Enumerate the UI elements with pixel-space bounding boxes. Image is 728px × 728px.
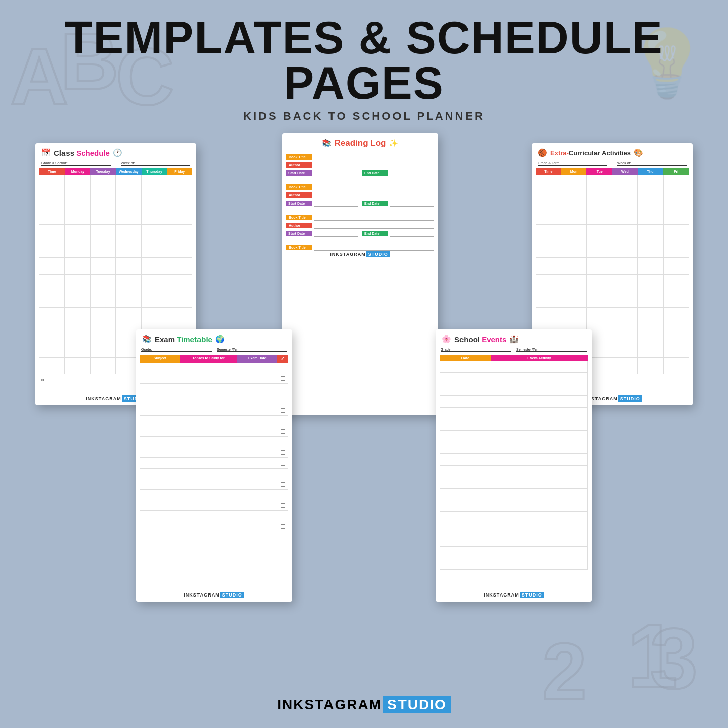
- exam-timetable-card: 📚 Exam Timetable 🌍 Grade: Semester/Term:…: [136, 329, 292, 602]
- start-date-label-3: Start Date: [286, 231, 312, 236]
- checkbox: [281, 408, 285, 413]
- start-date-line-2: [314, 200, 358, 207]
- extra-header: 🏀 Extra-Curricular Activities 🎨: [532, 143, 693, 160]
- exam-footer: INKSTAGRAMSTUDIO: [136, 592, 292, 598]
- end-date-label-1: End Date: [362, 170, 388, 176]
- table-row: [440, 384, 588, 396]
- main-title-line2: PAGES: [0, 60, 728, 106]
- author-row-1: Author: [286, 161, 434, 168]
- bg-number-3: 3: [650, 609, 698, 708]
- book-title-row-2: Book Title: [286, 183, 434, 190]
- reading-entry-2: Book Title Author Start Date End Date: [286, 183, 434, 207]
- footer-text: INKSTAGRAM: [484, 592, 519, 598]
- table-row: [440, 489, 588, 500]
- clock-icon: 🕐: [113, 148, 122, 157]
- end-date-line-1: [390, 169, 434, 176]
- table-row: [140, 373, 288, 384]
- col-wednesday: Wednesday: [116, 168, 142, 175]
- events-footer: INKSTAGRAMSTUDIO: [436, 592, 592, 598]
- divider-3: [282, 239, 438, 242]
- table-row: [440, 419, 588, 431]
- checkbox: [281, 524, 285, 529]
- table-row: [39, 258, 192, 275]
- brand-studio-box: STUDIO: [383, 696, 451, 713]
- brand-inkstagram: INKSTAGRAM: [277, 697, 382, 712]
- exam-grid-header: Subject Topics to Study for Exam Date ✓: [140, 355, 288, 363]
- checkbox: [281, 461, 285, 466]
- author-line-1: [314, 161, 434, 168]
- table-row: [536, 275, 689, 291]
- extra-title: Extra-Curricular Activities: [550, 149, 631, 157]
- checkbox: [281, 482, 285, 487]
- table-row: [440, 408, 588, 419]
- table-row: [140, 511, 288, 521]
- checkbox: [281, 429, 285, 434]
- extra-col-wed: Wed: [612, 168, 638, 175]
- table-row: [536, 308, 689, 324]
- exam-books-icon: 📚: [142, 335, 152, 344]
- book-title-label-1: Book Title: [286, 154, 312, 160]
- col-time: Time: [39, 168, 65, 175]
- table-row: [140, 479, 288, 490]
- footer-text: INKSTAGRAM: [184, 592, 219, 598]
- table-row: [440, 431, 588, 442]
- start-date-line-1: [314, 169, 358, 176]
- table-row: [536, 258, 689, 275]
- extra-col-tue: Tue: [586, 168, 612, 175]
- table-row: [440, 523, 588, 535]
- sub-title: KIDS BACK TO SCHOOL PLANNER: [0, 110, 728, 123]
- table-row: [440, 535, 588, 547]
- table-row: [140, 416, 288, 426]
- main-title: TEMPLATES & SCHEDULE: [0, 15, 728, 60]
- exam-semester-label: Semester/Term:: [217, 348, 287, 352]
- table-row: [440, 477, 588, 489]
- table-row: [440, 373, 588, 384]
- table-row: [140, 426, 288, 437]
- table-row: [39, 225, 192, 241]
- table-row: [440, 442, 588, 454]
- table-row: [39, 175, 192, 191]
- class-schedule-title: Class Schedule: [54, 149, 110, 157]
- table-row: [140, 490, 288, 500]
- book-title-row-1: Book Title: [286, 153, 434, 160]
- checkbox: [281, 514, 285, 518]
- reading-title: Reading Log: [335, 138, 386, 148]
- author-line-2: [314, 191, 434, 198]
- events-sub-header: Grade: Semester/Term:: [436, 347, 592, 353]
- page-header: TEMPLATES & SCHEDULE PAGES KIDS BACK TO …: [0, 0, 728, 123]
- events-title: School Events: [454, 335, 506, 344]
- week-label: Week of:: [121, 161, 190, 166]
- date-row-2: Start Date End Date: [286, 200, 434, 207]
- book-title-label-2: Book Title: [286, 184, 312, 190]
- table-row: [536, 208, 689, 225]
- basketball-icon: 🏀: [538, 148, 547, 157]
- divider-2: [282, 209, 438, 212]
- table-row: [536, 241, 689, 258]
- end-date-label-2: End Date: [362, 201, 388, 206]
- col-monday: Monday: [65, 168, 91, 175]
- reading-entry-1: Book Title Author Start Date End Date: [286, 153, 434, 176]
- grade-label: Grade & Section:: [41, 161, 111, 166]
- extra-grid-header: Time Mon Tue Wed Thu Fri: [536, 168, 689, 175]
- castle-icon: 🏰: [509, 335, 519, 344]
- col-thursday: Thursday: [142, 168, 167, 175]
- bottom-brand: INKSTAGRAMSTUDIO: [0, 697, 728, 713]
- extra-col-fri: Fri: [663, 168, 689, 175]
- table-row: [140, 469, 288, 479]
- table-row: [39, 208, 192, 225]
- table-row: [140, 447, 288, 458]
- checkbox: [281, 493, 285, 497]
- checkbox: [281, 503, 285, 508]
- checkbox: [281, 387, 285, 391]
- table-row: [440, 500, 588, 512]
- reading-icon: 📚: [322, 139, 332, 148]
- extra-grade-row: Grade & Term: Week of:: [532, 160, 693, 167]
- exam-title: Exam Timetable: [155, 335, 212, 344]
- table-row: [140, 500, 288, 511]
- book-title-row-3: Book Title: [286, 214, 434, 221]
- col-check: ✓: [277, 355, 288, 363]
- table-row: [536, 175, 689, 191]
- footer-studio: STUDIO: [520, 592, 544, 598]
- grid-header: Time Monday Tuesday Wednesday Thursday F…: [39, 168, 192, 175]
- events-grid-header: Date Event/Activity: [440, 355, 588, 361]
